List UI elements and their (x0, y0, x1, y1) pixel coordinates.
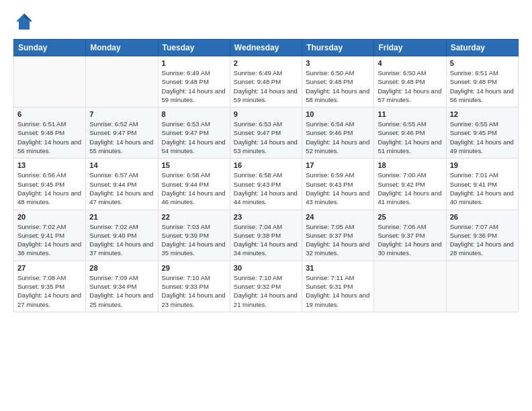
day-of-week-header: Tuesday (158, 40, 230, 56)
day-info: Sunrise: 6:58 AM Sunset: 9:44 PM Dayligh… (162, 171, 226, 206)
day-number: 17 (306, 161, 370, 169)
day-number: 31 (306, 264, 370, 272)
calendar-cell: 8Sunrise: 6:53 AM Sunset: 9:47 PM Daylig… (158, 107, 230, 158)
day-info: Sunrise: 6:51 AM Sunset: 9:48 PM Dayligh… (17, 120, 82, 155)
calendar-cell: 18Sunrise: 7:00 AM Sunset: 9:42 PM Dayli… (374, 158, 446, 210)
calendar-cell: 19Sunrise: 7:01 AM Sunset: 9:41 PM Dayli… (446, 158, 518, 210)
day-info: Sunrise: 7:06 AM Sunset: 9:37 PM Dayligh… (378, 222, 442, 258)
day-info: Sunrise: 7:10 AM Sunset: 9:32 PM Dayligh… (234, 273, 298, 309)
calendar-cell (14, 56, 86, 107)
calendar-cell: 3Sunrise: 6:50 AM Sunset: 9:48 PM Daylig… (302, 56, 374, 107)
day-info: Sunrise: 6:57 AM Sunset: 9:44 PM Dayligh… (89, 171, 154, 206)
day-of-week-header: Thursday (302, 40, 374, 56)
day-number: 7 (89, 110, 154, 118)
calendar-cell: 12Sunrise: 6:55 AM Sunset: 9:45 PM Dayli… (446, 107, 518, 158)
day-number: 3 (306, 59, 370, 67)
day-number: 11 (378, 110, 442, 118)
day-info: Sunrise: 7:02 AM Sunset: 9:40 PM Dayligh… (89, 222, 154, 258)
calendar-cell: 31Sunrise: 7:11 AM Sunset: 9:31 PM Dayli… (302, 261, 374, 312)
day-number: 13 (17, 161, 82, 169)
day-info: Sunrise: 7:10 AM Sunset: 9:33 PM Dayligh… (162, 273, 226, 309)
day-info: Sunrise: 6:55 AM Sunset: 9:45 PM Dayligh… (450, 120, 515, 155)
calendar-week-row: 1Sunrise: 6:49 AM Sunset: 9:48 PM Daylig… (14, 56, 519, 107)
day-number: 22 (162, 213, 226, 221)
day-number: 1 (162, 59, 226, 67)
logo (13, 11, 38, 32)
day-number: 24 (306, 213, 370, 221)
day-number: 18 (378, 161, 442, 169)
day-number: 16 (234, 161, 298, 169)
day-number: 5 (450, 59, 515, 67)
day-info: Sunrise: 6:54 AM Sunset: 9:46 PM Dayligh… (306, 120, 370, 155)
day-info: Sunrise: 7:01 AM Sunset: 9:41 PM Dayligh… (450, 171, 515, 206)
calendar-cell: 15Sunrise: 6:58 AM Sunset: 9:44 PM Dayli… (158, 158, 230, 210)
calendar-cell: 2Sunrise: 6:49 AM Sunset: 9:48 PM Daylig… (230, 56, 302, 107)
calendar-cell: 7Sunrise: 6:52 AM Sunset: 9:47 PM Daylig… (86, 107, 158, 158)
calendar-cell (446, 261, 518, 312)
day-number: 8 (162, 110, 226, 118)
calendar-week-row: 13Sunrise: 6:56 AM Sunset: 9:45 PM Dayli… (14, 158, 519, 210)
calendar-cell: 5Sunrise: 6:51 AM Sunset: 9:48 PM Daylig… (446, 56, 518, 107)
header (13, 11, 519, 32)
day-info: Sunrise: 6:59 AM Sunset: 9:43 PM Dayligh… (306, 171, 370, 206)
calendar-cell: 17Sunrise: 6:59 AM Sunset: 9:43 PM Dayli… (302, 158, 374, 210)
day-info: Sunrise: 6:55 AM Sunset: 9:46 PM Dayligh… (378, 120, 442, 155)
calendar-cell: 4Sunrise: 6:50 AM Sunset: 9:48 PM Daylig… (374, 56, 446, 107)
calendar-body: 1Sunrise: 6:49 AM Sunset: 9:48 PM Daylig… (14, 56, 519, 312)
day-number: 15 (162, 161, 226, 169)
calendar-cell: 30Sunrise: 7:10 AM Sunset: 9:32 PM Dayli… (230, 261, 302, 312)
day-number: 9 (234, 110, 298, 118)
day-info: Sunrise: 6:52 AM Sunset: 9:47 PM Dayligh… (89, 120, 154, 155)
calendar-cell: 23Sunrise: 7:04 AM Sunset: 9:38 PM Dayli… (230, 210, 302, 261)
calendar-cell: 9Sunrise: 6:53 AM Sunset: 9:47 PM Daylig… (230, 107, 302, 158)
day-number: 21 (89, 213, 154, 221)
calendar-cell: 22Sunrise: 7:03 AM Sunset: 9:39 PM Dayli… (158, 210, 230, 261)
day-number: 19 (450, 161, 515, 169)
day-info: Sunrise: 7:07 AM Sunset: 9:36 PM Dayligh… (450, 222, 515, 258)
day-info: Sunrise: 6:53 AM Sunset: 9:47 PM Dayligh… (162, 120, 226, 155)
day-of-week-header: Wednesday (230, 40, 302, 56)
day-of-week-header: Friday (374, 40, 446, 56)
calendar-cell: 16Sunrise: 6:58 AM Sunset: 9:43 PM Dayli… (230, 158, 302, 210)
calendar: SundayMondayTuesdayWednesdayThursdayFrid… (13, 39, 519, 312)
logo-icon (13, 11, 35, 32)
day-number: 10 (306, 110, 370, 118)
day-number: 30 (234, 264, 298, 272)
day-of-week-header: Saturday (446, 40, 518, 56)
day-info: Sunrise: 6:53 AM Sunset: 9:47 PM Dayligh… (234, 120, 298, 155)
day-number: 14 (89, 161, 154, 169)
day-info: Sunrise: 7:05 AM Sunset: 9:37 PM Dayligh… (306, 222, 370, 258)
calendar-cell: 13Sunrise: 6:56 AM Sunset: 9:45 PM Dayli… (14, 158, 86, 210)
day-info: Sunrise: 7:09 AM Sunset: 9:34 PM Dayligh… (89, 273, 154, 309)
calendar-cell: 10Sunrise: 6:54 AM Sunset: 9:46 PM Dayli… (302, 107, 374, 158)
day-number: 28 (89, 264, 154, 272)
day-info: Sunrise: 6:49 AM Sunset: 9:48 PM Dayligh… (162, 68, 226, 104)
day-number: 6 (17, 110, 82, 118)
calendar-week-row: 6Sunrise: 6:51 AM Sunset: 9:48 PM Daylig… (14, 107, 519, 158)
calendar-cell: 28Sunrise: 7:09 AM Sunset: 9:34 PM Dayli… (86, 261, 158, 312)
day-number: 29 (162, 264, 226, 272)
calendar-cell: 29Sunrise: 7:10 AM Sunset: 9:33 PM Dayli… (158, 261, 230, 312)
day-number: 4 (378, 59, 442, 67)
day-of-week-header: Monday (86, 40, 158, 56)
day-info: Sunrise: 6:58 AM Sunset: 9:43 PM Dayligh… (234, 171, 298, 206)
day-info: Sunrise: 7:04 AM Sunset: 9:38 PM Dayligh… (234, 222, 298, 258)
day-number: 25 (378, 213, 442, 221)
calendar-cell: 21Sunrise: 7:02 AM Sunset: 9:40 PM Dayli… (86, 210, 158, 261)
day-info: Sunrise: 7:08 AM Sunset: 9:35 PM Dayligh… (17, 273, 82, 309)
calendar-week-row: 27Sunrise: 7:08 AM Sunset: 9:35 PM Dayli… (14, 261, 519, 312)
calendar-cell: 26Sunrise: 7:07 AM Sunset: 9:36 PM Dayli… (446, 210, 518, 261)
calendar-cell: 14Sunrise: 6:57 AM Sunset: 9:44 PM Dayli… (86, 158, 158, 210)
day-number: 26 (450, 213, 515, 221)
calendar-cell (86, 56, 158, 107)
day-number: 12 (450, 110, 515, 118)
day-info: Sunrise: 6:49 AM Sunset: 9:48 PM Dayligh… (234, 68, 298, 104)
page: SundayMondayTuesdayWednesdayThursdayFrid… (0, 0, 532, 323)
calendar-cell: 20Sunrise: 7:02 AM Sunset: 9:41 PM Dayli… (14, 210, 86, 261)
calendar-cell: 11Sunrise: 6:55 AM Sunset: 9:46 PM Dayli… (374, 107, 446, 158)
day-info: Sunrise: 7:11 AM Sunset: 9:31 PM Dayligh… (306, 273, 370, 309)
day-number: 20 (17, 213, 82, 221)
calendar-cell: 1Sunrise: 6:49 AM Sunset: 9:48 PM Daylig… (158, 56, 230, 107)
day-info: Sunrise: 7:02 AM Sunset: 9:41 PM Dayligh… (17, 222, 82, 258)
calendar-cell: 24Sunrise: 7:05 AM Sunset: 9:37 PM Dayli… (302, 210, 374, 261)
